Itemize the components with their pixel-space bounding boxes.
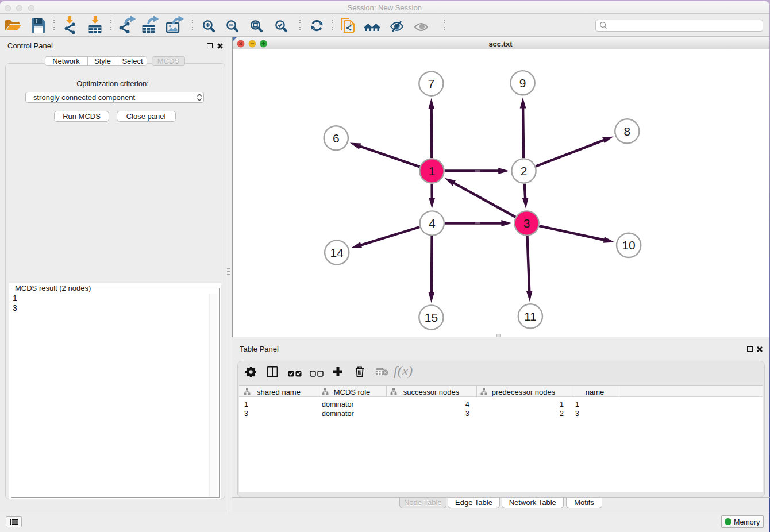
svg-text:14: 14 (330, 246, 344, 259)
svg-text:10: 10 (622, 238, 635, 252)
svg-text:7: 7 (428, 77, 435, 90)
svg-text:6: 6 (333, 132, 340, 145)
svg-text:9: 9 (519, 76, 526, 90)
svg-text:4: 4 (429, 217, 436, 230)
svg-text:1: 1 (429, 164, 436, 178)
svg-text:8: 8 (623, 125, 630, 138)
svg-text:11: 11 (524, 310, 537, 323)
svg-text:2: 2 (521, 164, 528, 178)
svg-text:3: 3 (523, 217, 530, 230)
svg-text:15: 15 (425, 311, 438, 324)
